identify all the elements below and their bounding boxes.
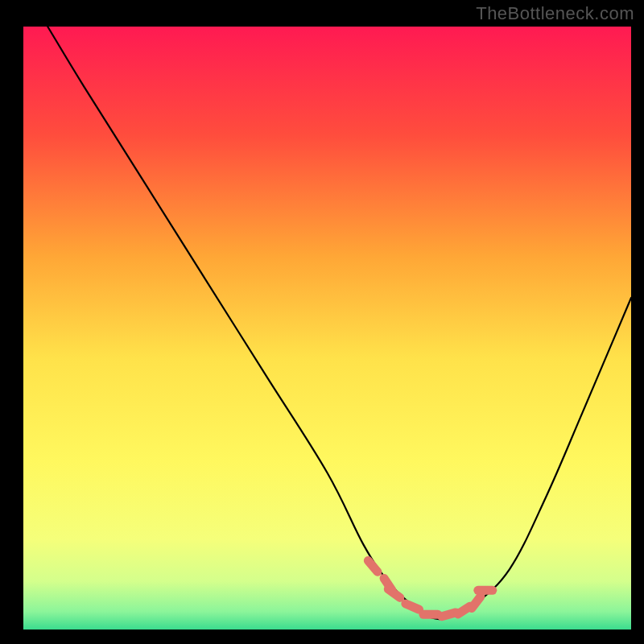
chart-stage: TheBottleneck.com xyxy=(0,0,644,644)
bottleneck-chart xyxy=(0,0,644,644)
gradient-background xyxy=(23,27,631,630)
highlight-dash xyxy=(406,604,419,609)
